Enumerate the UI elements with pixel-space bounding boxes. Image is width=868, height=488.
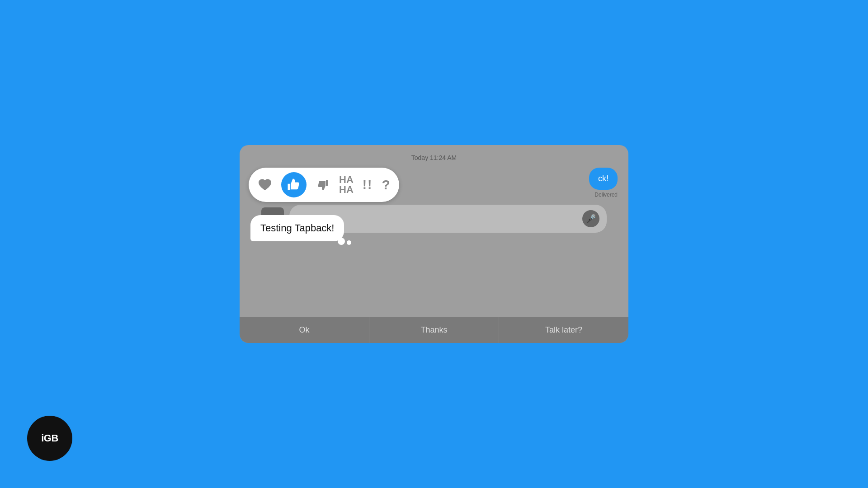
- quick-reply-ok[interactable]: Ok: [240, 317, 369, 343]
- sent-bubble: ck!: [589, 168, 618, 190]
- received-bubble: Testing Tapback!: [250, 215, 344, 241]
- mic-button[interactable]: 🎤: [582, 210, 599, 227]
- igb-logo: iGB: [27, 416, 72, 461]
- timestamp: Today 11:24 AM: [250, 154, 618, 161]
- tapback-heart-icon[interactable]: [258, 178, 272, 192]
- tapback-thumbsup-icon[interactable]: [281, 172, 307, 197]
- tapback-bar: HA HA !! ?: [249, 168, 399, 202]
- tapback-question-icon[interactable]: ?: [382, 177, 390, 192]
- tapback-emphasis-icon[interactable]: !!: [363, 178, 373, 192]
- messages-window: Today 11:24 AM: [240, 145, 628, 343]
- quick-replies-bar: Ok Thanks Talk later?: [240, 317, 628, 343]
- messages-body: Today 11:24 AM: [240, 145, 628, 317]
- quick-reply-thanks[interactable]: Thanks: [369, 317, 499, 343]
- received-message-area: Testing Tapback!: [250, 215, 344, 241]
- quick-reply-talk-later[interactable]: Talk later?: [499, 317, 628, 343]
- tapback-haha-icon[interactable]: HA HA: [339, 175, 354, 195]
- delivered-label: Delivered: [594, 192, 618, 198]
- sent-message-area: ck! Delivered: [589, 168, 618, 198]
- tapback-thumbsdown-icon[interactable]: [316, 178, 330, 192]
